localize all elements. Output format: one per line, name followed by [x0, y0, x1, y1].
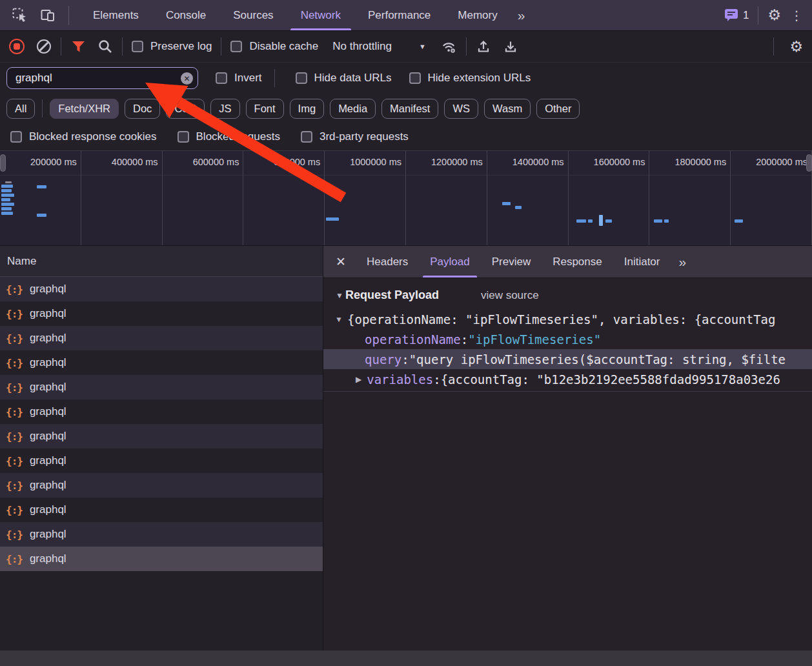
payload-line[interactable]: ▶variables: {accountTag: "b12e3b2192ee55…: [323, 369, 812, 389]
checkbox-box[interactable]: [132, 41, 143, 52]
expander-icon[interactable]: ▼: [335, 315, 343, 324]
network-settings-gear-icon[interactable]: ⚙: [789, 39, 803, 54]
export-har-icon[interactable]: [503, 39, 518, 54]
checkbox-box[interactable]: [10, 131, 22, 143]
filter-box: ✕: [6, 67, 198, 89]
record-network-log-button[interactable]: [9, 39, 25, 54]
request-row[interactable]: {:}graphql: [0, 473, 323, 498]
hide-extension-urls-checkbox[interactable]: Hide extension URLs: [409, 72, 531, 85]
chip-doc[interactable]: Doc: [125, 99, 160, 119]
timeline-tick-label: 2000000 ms: [731, 151, 811, 167]
tab-sources[interactable]: Sources: [219, 0, 287, 30]
checkbox-box[interactable]: [301, 131, 312, 143]
request-row[interactable]: {:}graphql: [0, 399, 323, 424]
overview-handle-left[interactable]: [0, 154, 6, 172]
detail-tab-payload[interactable]: Payload: [419, 246, 480, 278]
detail-tab-response[interactable]: Response: [542, 246, 613, 278]
chip-all[interactable]: All: [6, 99, 35, 119]
more-detail-tabs-icon[interactable]: »: [671, 246, 693, 278]
separator: [122, 37, 123, 56]
blocked-response-cookies-checkbox[interactable]: Blocked response cookies: [10, 130, 157, 143]
tab-performance[interactable]: Performance: [354, 0, 444, 30]
payload-root-line[interactable]: ▼ {operationName: "ipFlowTimeseries", va…: [323, 309, 812, 329]
collapse-triangle-icon[interactable]: ▼: [336, 291, 343, 300]
request-row[interactable]: {:}graphql: [0, 424, 323, 449]
device-toolbar-icon[interactable]: [40, 8, 56, 23]
payload-panel: ▼ Request Payload view source ▼ {operati…: [323, 278, 812, 651]
chip-other[interactable]: Other: [536, 99, 580, 119]
view-source-link[interactable]: view source: [481, 289, 539, 302]
blocked-requests-checkbox[interactable]: Blocked requests: [178, 130, 280, 143]
payload-tree: ▼ {operationName: "ipFlowTimeseries", va…: [323, 309, 812, 389]
detail-tab-headers[interactable]: Headers: [356, 246, 419, 278]
tab-elements[interactable]: Elements: [79, 0, 152, 30]
tab-memory[interactable]: Memory: [444, 0, 511, 30]
chip-js[interactable]: JS: [210, 99, 239, 119]
network-activity-bar: [326, 217, 339, 221]
request-row[interactable]: {:}graphql: [0, 547, 323, 571]
clear-network-log-button[interactable]: [36, 39, 52, 54]
timeline-tick-label: 400000 ms: [81, 151, 162, 167]
chip-ws[interactable]: WS: [444, 99, 478, 119]
3rd-party-requests-checkbox[interactable]: 3rd-party requests: [301, 130, 409, 143]
overview-handle-right[interactable]: [806, 154, 812, 172]
preserve-log-checkbox[interactable]: Preserve log: [132, 40, 212, 53]
hide-data-urls-checkbox[interactable]: Hide data URLs: [296, 72, 392, 85]
filter-icon[interactable]: [70, 39, 86, 54]
payload-line[interactable]: query: "query ipFlowTimeseries($accountT…: [323, 349, 812, 369]
json-icon: {:}: [6, 283, 23, 296]
checkbox-label: Blocked response cookies: [29, 130, 157, 143]
detail-tab-initiator[interactable]: Initiator: [613, 246, 671, 278]
json-icon: {:}: [6, 553, 23, 565]
checkbox-label: Invert: [234, 72, 262, 85]
request-row[interactable]: {:}graphql: [0, 449, 323, 473]
request-row[interactable]: {:}graphql: [0, 498, 323, 522]
devtools-tab-bar: ElementsConsoleSourcesNetworkPerformance…: [0, 0, 812, 31]
chip-img[interactable]: Img: [290, 99, 325, 119]
detail-tab-preview[interactable]: Preview: [481, 246, 542, 278]
chip-fetch-xhr[interactable]: Fetch/XHR: [50, 99, 119, 119]
issues-counter[interactable]: 1: [724, 8, 749, 22]
throttling-dropdown[interactable]: No throttling ▼: [332, 40, 426, 53]
more-options-icon[interactable]: ⋮: [790, 9, 803, 22]
request-row[interactable]: {:}graphql: [0, 326, 323, 350]
tab-console[interactable]: Console: [152, 0, 219, 30]
import-har-icon[interactable]: [476, 39, 491, 54]
checkbox-box[interactable]: [230, 41, 242, 52]
checkbox-box[interactable]: [178, 131, 189, 143]
inspect-element-icon[interactable]: [12, 8, 27, 23]
checkbox-box[interactable]: [409, 72, 421, 84]
network-activity-bar: [1, 194, 14, 197]
checkbox-box[interactable]: [296, 72, 307, 84]
checkbox-label: Preserve log: [150, 40, 212, 53]
chip-media[interactable]: Media: [330, 99, 376, 119]
search-icon[interactable]: [97, 39, 113, 54]
json-icon: {:}: [6, 479, 23, 492]
request-row[interactable]: {:}graphql: [0, 350, 323, 375]
expander-icon[interactable]: ▶: [356, 375, 361, 384]
request-row[interactable]: {:}graphql: [0, 301, 323, 326]
request-row[interactable]: {:}graphql: [0, 277, 323, 301]
disable-cache-checkbox[interactable]: Disable cache: [230, 40, 318, 53]
filter-input[interactable]: [6, 67, 198, 89]
clear-filter-icon[interactable]: ✕: [181, 72, 193, 85]
timeline-overview[interactable]: 200000 ms400000 ms600000 ms800000 ms1000…: [0, 150, 812, 246]
network-conditions-icon[interactable]: [442, 39, 457, 54]
payload-value: {accountTag: "b12e3b2192ee5588fdad995178…: [441, 372, 780, 387]
request-name: graphql: [30, 454, 66, 467]
more-tabs-icon[interactable]: »: [511, 0, 531, 30]
request-row[interactable]: {:}graphql: [0, 375, 323, 399]
request-row[interactable]: {:}graphql: [0, 522, 323, 547]
settings-gear-icon[interactable]: ⚙: [767, 8, 781, 23]
tab-network[interactable]: Network: [287, 0, 354, 30]
chip-font[interactable]: Font: [246, 99, 284, 119]
name-column-header[interactable]: Name: [0, 246, 323, 277]
timeline-cell: 400000 ms: [81, 151, 163, 245]
payload-line[interactable]: operationName: "ipFlowTimeseries": [323, 329, 812, 349]
chip-css[interactable]: CSS: [166, 99, 205, 119]
invert-checkbox[interactable]: Invert: [216, 72, 262, 85]
chip-manifest[interactable]: Manifest: [381, 99, 438, 119]
chip-wasm[interactable]: Wasm: [484, 99, 531, 119]
checkbox-box[interactable]: [216, 72, 227, 84]
close-icon[interactable]: ✕: [326, 246, 356, 278]
